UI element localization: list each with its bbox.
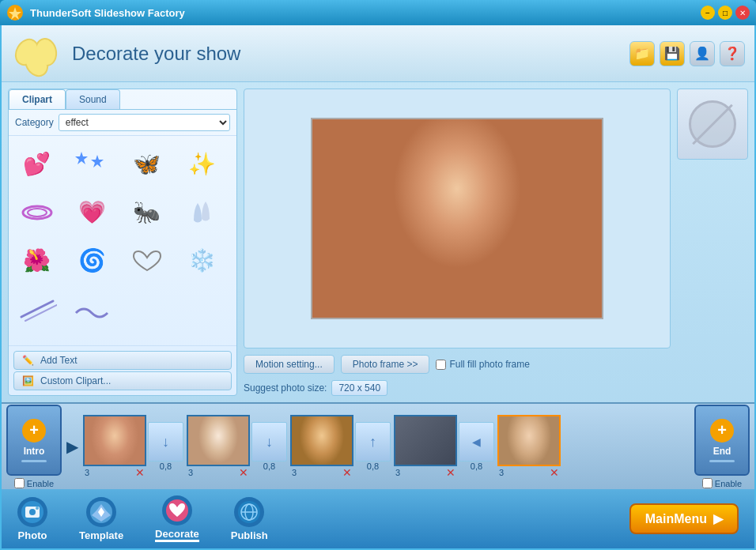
full-fill-checkbox[interactable] bbox=[436, 360, 446, 370]
slide-delete-16[interactable]: ✕ bbox=[239, 467, 248, 478]
tab-sound[interactable]: Sound bbox=[66, 89, 120, 109]
maximize-button[interactable]: □ bbox=[718, 6, 732, 20]
trans-duration-15: 0,8 bbox=[160, 461, 172, 471]
clipart-heart-pink[interactable]: 💗 bbox=[70, 190, 114, 234]
transition-16-17[interactable]: ↓ 0,8 bbox=[250, 422, 289, 471]
custom-clipart-button[interactable]: 🖼️ Custom Clipart... bbox=[13, 371, 232, 390]
slide-thumb-17[interactable]: 17 3 ✕ bbox=[290, 415, 353, 479]
page-title: Decorate your show bbox=[72, 43, 629, 65]
intro-enable-checkbox[interactable] bbox=[14, 478, 25, 488]
full-fill-label[interactable]: Full fill photo frame bbox=[436, 359, 529, 370]
category-select[interactable]: effect bbox=[59, 114, 230, 131]
tab-clipart[interactable]: Clipart bbox=[9, 89, 66, 109]
slide-group-18: 18 3 ✕ ◀ 0,8 bbox=[394, 415, 496, 479]
clipart-heart[interactable]: 💕 bbox=[15, 142, 59, 186]
motion-setting-button[interactable]: Motion setting... bbox=[244, 355, 335, 374]
clipart-grid: 💕 🦋 ✨ 💗 🐜 bbox=[9, 136, 236, 345]
clipart-heart-outline[interactable] bbox=[125, 239, 168, 282]
end-enable-checkbox[interactable] bbox=[702, 478, 713, 488]
slide-delete-15[interactable]: ✕ bbox=[135, 467, 145, 478]
slide-thumb-16[interactable]: 16 3 ✕ bbox=[187, 415, 250, 479]
slide-image-16 bbox=[187, 415, 250, 466]
slide-group-17: 17 3 ✕ ↑ 0,8 bbox=[290, 415, 392, 479]
end-enable: Enable bbox=[702, 478, 742, 488]
main-menu-button[interactable]: MainMenu ▶ bbox=[629, 503, 739, 534]
add-text-button[interactable]: ✏️ Add Text bbox=[13, 351, 232, 370]
open-folder-button[interactable]: 📁 bbox=[629, 41, 655, 66]
slide-delete-17[interactable]: ✕ bbox=[342, 467, 352, 478]
nav-decorate[interactable]: Decorate bbox=[155, 495, 199, 542]
bottom-nav: Photo Template Decorate bbox=[2, 489, 754, 548]
slide-delete-19[interactable]: ✕ bbox=[550, 467, 559, 478]
transition-15-16[interactable]: ↓ 0,8 bbox=[146, 422, 185, 471]
slide-thumb-18[interactable]: 18 3 ✕ bbox=[394, 415, 457, 479]
save-button[interactable]: 💾 bbox=[660, 41, 685, 66]
clipart-snowflake[interactable]: ❄️ bbox=[180, 239, 224, 282]
trans-box-16: ↓ bbox=[251, 422, 287, 461]
svg-point-17 bbox=[36, 507, 39, 510]
end-label: End bbox=[713, 446, 731, 457]
pencil-icon: ✏️ bbox=[22, 355, 34, 366]
svg-point-16 bbox=[29, 509, 36, 515]
clipart-stars[interactable] bbox=[70, 142, 114, 186]
end-button[interactable]: + End bbox=[694, 405, 750, 476]
nav-template-label: Template bbox=[79, 529, 123, 541]
filmstrip-scroll[interactable]: 15 3 ✕ ↓ 0,8 bbox=[83, 415, 691, 479]
photo-nav-icon bbox=[17, 497, 47, 527]
app-container: Decorate your show 📁 💾 👤 ❓ Clipart Sound… bbox=[0, 25, 756, 550]
title-bar: ThunderSoft Slideshow Factory − □ ✕ bbox=[0, 0, 756, 25]
transition-18-19[interactable]: ◀ 0,8 bbox=[457, 422, 496, 471]
clipart-butterfly[interactable]: 🦋 bbox=[125, 142, 168, 186]
minimize-button[interactable]: − bbox=[701, 6, 715, 20]
slide-thumb-15[interactable]: 15 3 ✕ bbox=[83, 415, 146, 479]
slide-group-16: 16 3 ✕ ↓ 0,8 bbox=[187, 415, 289, 479]
intro-progress bbox=[21, 460, 47, 462]
trans-duration-17: 0,8 bbox=[367, 461, 379, 471]
app-icon bbox=[6, 4, 24, 21]
slide-duration-17: 3 bbox=[292, 468, 297, 477]
trans-arrow-up-17: ↑ bbox=[369, 434, 376, 450]
user-button[interactable]: 👤 bbox=[690, 41, 715, 66]
nav-template[interactable]: Template bbox=[79, 497, 123, 541]
slide-duration-15: 3 bbox=[85, 468, 89, 477]
svg-point-11 bbox=[28, 209, 47, 217]
photo-controls: Motion setting... Photo frame >> Full fi… bbox=[244, 355, 671, 396]
help-button[interactable]: ❓ bbox=[720, 41, 745, 66]
photo-frame-button[interactable]: Photo frame >> bbox=[341, 355, 430, 374]
clipart-drops[interactable] bbox=[180, 190, 224, 234]
clipart-ribbon[interactable] bbox=[15, 287, 59, 330]
right-panel bbox=[677, 89, 748, 396]
panel-buttons: ✏️ Add Text 🖼️ Custom Clipart... bbox=[9, 345, 236, 395]
publish-nav-icon bbox=[234, 497, 264, 527]
logo bbox=[11, 30, 62, 77]
clipart-flower[interactable]: 🌺 bbox=[15, 239, 59, 282]
filmstrip: + Intro Enable ▶ 15 bbox=[2, 402, 754, 489]
nav-photo[interactable]: Photo bbox=[17, 497, 47, 541]
clipart-ant[interactable]: 🐜 bbox=[125, 190, 168, 234]
clipart-sparkle[interactable]: ✨ bbox=[180, 142, 224, 186]
clipart-wave[interactable] bbox=[70, 287, 114, 330]
category-bar: Category effect bbox=[9, 110, 236, 136]
nav-photo-label: Photo bbox=[18, 529, 47, 541]
play-icon: ▶ bbox=[713, 511, 723, 526]
picture-icon: 🖼️ bbox=[22, 375, 34, 386]
intro-button[interactable]: + Intro bbox=[6, 405, 62, 476]
nav-publish[interactable]: Publish bbox=[231, 497, 268, 541]
clipart-swirl2[interactable]: 🌀 bbox=[70, 239, 114, 282]
header-actions: 📁 💾 👤 ❓ bbox=[629, 41, 745, 66]
transition-17-18[interactable]: ↑ 0,8 bbox=[353, 422, 392, 471]
slide-thumb-19[interactable]: 19 3 ✕ bbox=[497, 415, 561, 479]
slide-delete-18[interactable]: ✕ bbox=[446, 467, 455, 478]
slide-image-17 bbox=[290, 415, 353, 466]
clipart-swirl[interactable] bbox=[15, 190, 59, 234]
intro-label: Intro bbox=[24, 446, 45, 457]
trans-duration-16: 0,8 bbox=[263, 461, 275, 471]
slide-image-18 bbox=[394, 415, 457, 466]
photo-preview bbox=[244, 89, 671, 348]
close-button[interactable]: ✕ bbox=[735, 6, 750, 20]
slide-duration-18: 3 bbox=[395, 468, 400, 477]
slide-image-19 bbox=[497, 415, 561, 466]
slide-duration-16: 3 bbox=[188, 468, 193, 477]
slide-duration-19: 3 bbox=[499, 468, 504, 477]
nav-decorate-label: Decorate bbox=[155, 528, 199, 540]
